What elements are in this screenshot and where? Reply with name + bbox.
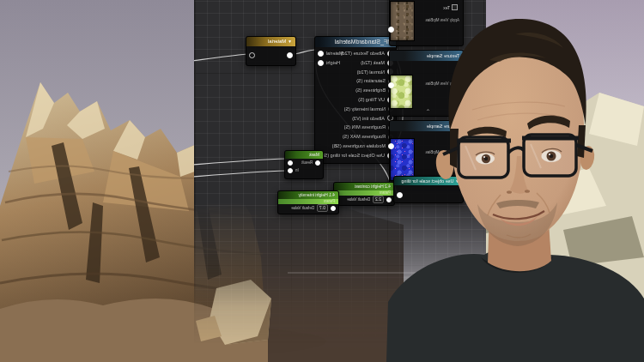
presenter-photo (386, 0, 644, 362)
pin[interactable] (288, 168, 293, 173)
wire-material-out (295, 50, 316, 54)
output-pin-height[interactable] (318, 60, 324, 66)
node-title: Mask (285, 151, 323, 159)
output-pin-material[interactable] (318, 51, 324, 57)
wire-mask-b (194, 171, 286, 177)
pin[interactable] (315, 160, 320, 166)
default-value-pin[interactable] (331, 206, 336, 211)
course-thumbnail: { "scene": { "left_visual": "3D rendered… (0, 0, 644, 362)
node-title: ▼ Material (246, 37, 295, 46)
wire-mask-a (194, 159, 286, 165)
nostril-right (525, 190, 530, 193)
node-param-height-intensity[interactable]: 4.1 Height intensity Param 0.7 Default V… (277, 190, 339, 214)
node-title: MF_StandardMaterial (315, 37, 396, 47)
wire-reroute (194, 54, 247, 61)
pin[interactable] (288, 160, 293, 166)
reroute-output-pin[interactable] (249, 52, 255, 58)
node-mf-standard-material[interactable]: MF_StandardMaterial Albedo Texture (T2d)… (314, 36, 397, 164)
nostril-left (507, 190, 512, 194)
node-title: 4.2 Height contrast (334, 183, 394, 190)
reroute-input-pin[interactable] (287, 52, 293, 58)
node-title: 4.1 Height intensity (278, 191, 338, 199)
chevron-down-icon[interactable]: ▼ (288, 39, 292, 44)
node-mask[interactable]: Mask Result In (284, 150, 324, 179)
node-material-reroute[interactable]: ▼ Material (246, 36, 296, 66)
